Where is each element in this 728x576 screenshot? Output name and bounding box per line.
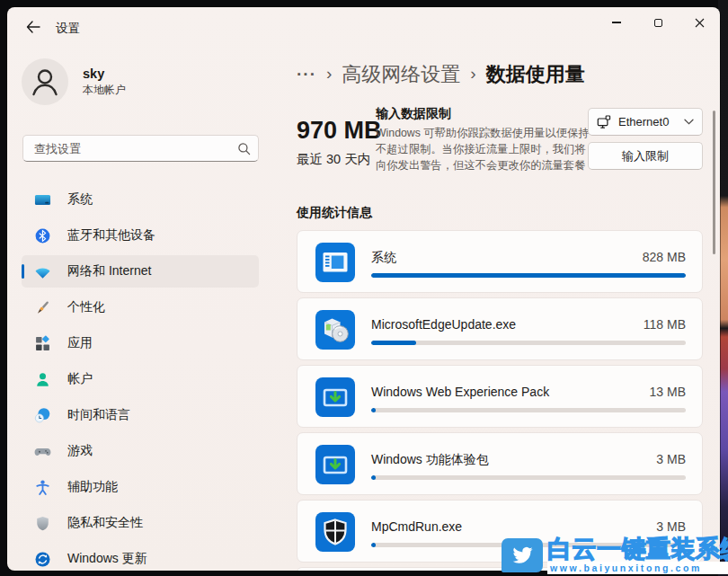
sidebar-item-windows-update[interactable]: Windows 更新 [22, 543, 259, 571]
watermark: 白云一键重装系统 www.baiyunxitong.com [502, 538, 728, 574]
system-icon [34, 191, 51, 208]
window-controls [596, 7, 720, 38]
user-account-type: 本地帐户 [83, 83, 126, 98]
watermark-url: www.baiyunxitong.com [547, 562, 728, 574]
app-data-size: 118 MB [644, 317, 686, 332]
bluetooth-icon [34, 227, 51, 244]
sidebar-nav: 系统 蓝牙和其他设备 网络和 Internet [22, 183, 259, 571]
minimize-button[interactable] [596, 7, 637, 38]
data-limit-description: Windows 可帮助你跟踪数据使用量以便保持不超过限制。当你接近流量上限时，我… [376, 125, 590, 174]
breadcrumb-parent[interactable]: 高级网络设置 [342, 61, 460, 88]
paintbrush-icon [34, 299, 51, 316]
sidebar-item-network-internet[interactable]: 网络和 Internet [22, 255, 259, 288]
app-name: MpCmdRun.exe [371, 519, 462, 534]
usage-progress-bar [371, 341, 686, 345]
watermark-bird-logo [502, 538, 543, 572]
app-name: Windows Web Experience Pack [371, 385, 549, 399]
sidebar-item-label: 个性化 [67, 299, 105, 315]
installer-disc-icon [315, 310, 355, 350]
app-data-size: 3 MB [656, 452, 686, 466]
app-name: 系统 [371, 250, 396, 266]
defender-shield-icon [315, 512, 355, 552]
breadcrumb: ··· › 高级网络设置 › 数据使用量 [297, 59, 703, 90]
network-wifi-icon [34, 263, 51, 280]
chevron-down-icon [684, 119, 694, 125]
sidebar-item-privacy-security[interactable]: 隐私和安全性 [22, 507, 259, 539]
time-language-icon [34, 407, 51, 424]
sidebar-item-personalization[interactable]: 个性化 [22, 291, 259, 323]
data-limit-title: 输入数据限制 [376, 106, 590, 122]
adapter-name: Ethernet0 [618, 115, 684, 128]
windows-update-icon [34, 551, 51, 568]
close-button[interactable] [679, 7, 720, 38]
settings-window: 设置 sky 本地帐户 [7, 7, 720, 571]
app-title: 设置 [56, 21, 80, 37]
user-account-row[interactable]: sky 本地帐户 [16, 54, 277, 110]
accounts-person-icon [34, 371, 51, 388]
sidebar-item-label: Windows 更新 [67, 551, 147, 567]
sidebar-item-label: 隐私和安全性 [67, 515, 143, 531]
maximize-icon [654, 19, 662, 27]
usage-stats-list: 系统 828 MB MicrosoftEdgeUpdate.exe 118 MB [297, 230, 703, 571]
total-usage: 970 MB [297, 117, 382, 145]
usage-row-web-experience-pack: Windows Web Experience Pack 13 MB [297, 365, 703, 428]
accessibility-person-icon [34, 479, 51, 496]
sidebar-item-system[interactable]: 系统 [22, 183, 259, 216]
usage-period: 最近 30 天内 [297, 151, 370, 168]
close-icon [695, 18, 705, 28]
usage-progress-bar [371, 475, 686, 480]
usage-row-edge-update: MicrosoftEdgeUpdate.exe 118 MB [297, 297, 703, 360]
app-name: Windows 功能体验包 [371, 452, 489, 468]
sidebar-item-gaming[interactable]: 游戏 [22, 435, 259, 467]
usage-progress-bar [371, 273, 686, 278]
titlebar: 设置 [7, 7, 720, 47]
watermark-title: 白云一键重装系统 [547, 538, 728, 561]
breadcrumb-ellipsis-button[interactable]: ··· [297, 70, 316, 79]
sidebar-item-time-language[interactable]: 时间和语言 [22, 399, 259, 431]
user-name: sky [83, 66, 126, 81]
sidebar-item-bluetooth-devices[interactable]: 蓝牙和其他设备 [22, 219, 259, 252]
main-content: ··· › 高级网络设置 › 数据使用量 970 MB 最近 30 天内 输入数… [297, 47, 703, 571]
sidebar: sky 本地帐户 系统 [7, 47, 288, 571]
ethernet-adapter-icon [597, 115, 611, 129]
back-arrow-icon [26, 21, 40, 33]
sidebar-item-label: 蓝牙和其他设备 [67, 227, 155, 244]
minimize-icon [612, 22, 621, 22]
adapter-dropdown[interactable]: Ethernet0 [588, 108, 703, 136]
usage-progress-bar [371, 408, 686, 412]
sidebar-item-apps[interactable]: 应用 [22, 327, 259, 359]
vertical-scrollbar[interactable] [713, 111, 715, 254]
usage-row-system: 系统 828 MB [297, 230, 703, 293]
gamepad-icon [34, 443, 51, 460]
sidebar-item-label: 系统 [67, 191, 93, 208]
sidebar-item-label: 帐户 [67, 371, 93, 387]
usage-stats-header: 使用统计信息 [297, 205, 703, 221]
shield-icon [34, 515, 51, 532]
sidebar-item-label: 时间和语言 [67, 407, 130, 423]
data-limit-section: 970 MB 最近 30 天内 输入数据限制 Windows 可帮助你跟踪数据使… [297, 106, 703, 192]
back-button[interactable] [18, 14, 49, 40]
twitter-bird-icon [510, 545, 535, 566]
sidebar-item-label: 辅助功能 [67, 479, 118, 495]
search-box[interactable] [22, 135, 259, 162]
app-data-size: 828 MB [643, 250, 686, 264]
sidebar-item-accessibility[interactable]: 辅助功能 [22, 471, 259, 503]
breadcrumb-separator: › [470, 64, 475, 86]
sidebar-item-label: 应用 [67, 335, 93, 351]
search-input[interactable] [32, 141, 237, 156]
app-data-size: 13 MB [650, 385, 686, 399]
package-download-icon [315, 445, 355, 484]
apps-grid-icon [34, 335, 51, 352]
package-download-icon [315, 377, 355, 417]
sidebar-item-accounts[interactable]: 帐户 [22, 363, 259, 395]
search-icon [237, 142, 251, 155]
avatar [22, 58, 68, 105]
app-data-size: 3 MB [656, 519, 686, 534]
breadcrumb-separator: › [326, 64, 332, 86]
sidebar-item-label: 网络和 Internet [67, 263, 151, 279]
maximize-button[interactable] [637, 7, 679, 38]
app-name: MicrosoftEdgeUpdate.exe [371, 317, 516, 332]
system-window-icon [315, 243, 355, 282]
usage-row-feature-pack: Windows 功能体验包 3 MB [297, 432, 703, 495]
enter-limit-button[interactable]: 输入限制 [588, 142, 703, 170]
